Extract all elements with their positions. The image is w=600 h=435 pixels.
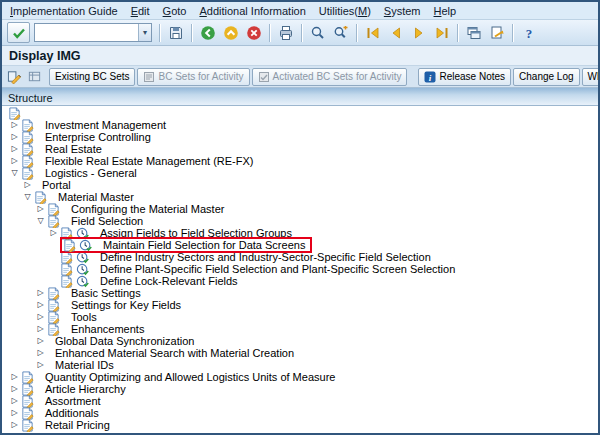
tree-node-label[interactable]: Article Hierarchy — [43, 383, 128, 395]
expand-arrow-icon[interactable]: ▷ — [34, 347, 47, 359]
expand-arrow-icon[interactable]: ▷ — [8, 383, 21, 395]
expand-arrow-icon[interactable]: ▷ — [34, 311, 47, 323]
document-icon[interactable] — [63, 239, 79, 252]
expand-arrow-icon[interactable]: ▷ — [34, 299, 47, 311]
existing-bc-sets-button[interactable]: Existing BC Sets — [49, 68, 135, 86]
tree-node[interactable]: ▷Real Estate — [2, 143, 598, 155]
grid-icon[interactable] — [26, 68, 43, 85]
expand-arrow-icon[interactable]: ▷ — [47, 227, 60, 239]
document-icon[interactable] — [47, 323, 63, 336]
tree-node[interactable]: ▽Material Master — [2, 191, 598, 203]
tree-node[interactable]: ▷Material IDs — [2, 359, 598, 371]
collapse-arrow-icon[interactable]: ▽ — [34, 215, 47, 227]
tree-node-label[interactable]: Enhanced Material Search with Material C… — [53, 347, 296, 359]
tree-node[interactable]: ▷Tools — [2, 311, 598, 323]
tree-node-label[interactable]: Maintain Field Selection for Data Screen… — [101, 239, 307, 251]
tree-node[interactable]: ▷Portal — [2, 179, 598, 191]
tree-node[interactable]: ▷Enhanced Material Search with Material … — [2, 347, 598, 359]
create-shortcut-button[interactable] — [486, 22, 507, 43]
tree-node-label[interactable]: Retail Pricing — [43, 419, 112, 431]
menu-additional-information[interactable]: Additional Information — [199, 5, 305, 17]
tree-node-label[interactable]: Logistics - General — [43, 167, 139, 179]
expand-arrow-icon[interactable]: ▷ — [8, 119, 21, 131]
find-button[interactable] — [307, 22, 328, 43]
tree-node-label[interactable]: Field Selection — [69, 215, 145, 227]
tree-root-row[interactable] — [2, 107, 598, 119]
tree-node[interactable]: ▷Investment Management — [2, 119, 598, 131]
save-button[interactable] — [165, 22, 186, 43]
new-session-button[interactable] — [463, 22, 484, 43]
tree-node[interactable]: ▷Enhancements — [2, 323, 598, 335]
where-else-used-button[interactable]: Where Else Used — [582, 68, 598, 86]
expand-arrow-icon[interactable]: ▷ — [21, 179, 34, 191]
tree-node[interactable]: ▷Enterprise Controlling — [2, 131, 598, 143]
document-pencil-icon[interactable] — [6, 68, 23, 85]
expand-arrow-icon[interactable]: ▷ — [8, 419, 21, 431]
collapse-arrow-icon[interactable]: ▽ — [21, 191, 34, 203]
find-next-button[interactable] — [330, 22, 351, 43]
expand-arrow-icon[interactable]: ▷ — [34, 203, 47, 215]
expand-arrow-icon[interactable]: ▷ — [8, 155, 21, 167]
tree-node[interactable]: ▷Quantity Optimizing and Allowed Logisti… — [2, 371, 598, 383]
tree-node-label[interactable]: Real Estate — [43, 143, 104, 155]
command-field-dropdown-icon[interactable]: ▾ — [138, 24, 151, 41]
menu-goto[interactable]: Goto — [163, 5, 187, 17]
tree-node[interactable]: Maintain Field Selection for Data Screen… — [2, 239, 598, 251]
tree-node-label[interactable]: Define Plant-Specific Field Selection an… — [98, 263, 457, 275]
next-page-button[interactable] — [408, 22, 429, 43]
tree-node-label[interactable]: Material IDs — [53, 359, 116, 371]
help-button[interactable]: ? — [518, 22, 539, 43]
document-icon[interactable] — [21, 167, 37, 180]
tree-node[interactable]: ▽Field Selection — [2, 215, 598, 227]
expand-arrow-icon[interactable]: ▷ — [8, 371, 21, 383]
tree-node-label[interactable]: Assortment — [43, 395, 103, 407]
tree-node-label[interactable]: Define Lock-Relevant Fields — [98, 275, 240, 287]
release-notes-button[interactable]: iRelease Notes — [418, 68, 511, 86]
cancel-button[interactable] — [243, 22, 264, 43]
tree-node[interactable]: ▽Logistics - General — [2, 167, 598, 179]
first-page-button[interactable] — [362, 22, 383, 43]
tree-node[interactable]: ▷Assortment — [2, 395, 598, 407]
command-input[interactable] — [35, 25, 138, 40]
tree-node-label[interactable]: Material Master — [56, 191, 136, 203]
previous-page-button[interactable] — [385, 22, 406, 43]
tree-node-label[interactable]: Global Data Synchronization — [53, 335, 196, 347]
expand-arrow-icon[interactable]: ▷ — [8, 131, 21, 143]
tree-node-label[interactable]: Flexible Real Estate Management (RE-FX) — [43, 155, 255, 167]
menu-implementation-guide[interactable]: Implementation Guide — [10, 5, 118, 17]
tree-node-label[interactable]: Settings for Key Fields — [69, 299, 183, 311]
menu-help[interactable]: Help — [434, 5, 457, 17]
tree-node[interactable]: ▷Article Hierarchy — [2, 383, 598, 395]
tree-node-label[interactable]: Portal — [40, 179, 73, 191]
tree-node-label[interactable]: Configuring the Material Master — [69, 203, 226, 215]
tree-node-label[interactable]: Tools — [69, 311, 99, 323]
tree-node[interactable]: ▷Global Data Synchronization — [2, 335, 598, 347]
tree-node[interactable]: ▷Settings for Key Fields — [2, 299, 598, 311]
tree-node[interactable]: Define Plant-Specific Field Selection an… — [2, 263, 598, 275]
expand-arrow-icon[interactable]: ▷ — [34, 323, 47, 335]
menu-utilities-m[interactable]: Utilities(M) — [319, 5, 371, 17]
back-button[interactable] — [197, 22, 218, 43]
collapse-arrow-icon[interactable]: ▽ — [8, 167, 21, 179]
exit-button[interactable] — [220, 22, 241, 43]
tree-node-label[interactable]: Quantity Optimizing and Allowed Logistic… — [43, 371, 337, 383]
tree-node-label[interactable]: Basic Settings — [69, 287, 143, 299]
print-button[interactable] — [275, 22, 296, 43]
expand-arrow-icon[interactable]: ▷ — [8, 143, 21, 155]
tree-node-label[interactable]: Additionals — [43, 407, 101, 419]
expand-arrow-icon[interactable]: ▷ — [34, 287, 47, 299]
last-page-button[interactable] — [431, 22, 452, 43]
enter-button[interactable] — [7, 22, 30, 43]
tree-node[interactable]: ▷Flexible Real Estate Management (RE-FX) — [2, 155, 598, 167]
command-field[interactable]: ▾ — [34, 23, 152, 42]
tree-node[interactable]: ▷Retail Pricing — [2, 419, 598, 431]
tree-node-label[interactable]: Enhancements — [69, 323, 146, 335]
menu-system[interactable]: System — [384, 5, 421, 17]
tree-node[interactable]: ▷Additionals — [2, 407, 598, 419]
tree-node[interactable]: ▷Configuring the Material Master — [2, 203, 598, 215]
document-icon[interactable] — [21, 419, 37, 432]
tree-node[interactable]: ▷Basic Settings — [2, 287, 598, 299]
change-log-button[interactable]: Change Log — [513, 68, 580, 86]
expand-arrow-icon[interactable]: ▷ — [34, 335, 47, 347]
expand-arrow-icon[interactable]: ▷ — [34, 359, 47, 371]
